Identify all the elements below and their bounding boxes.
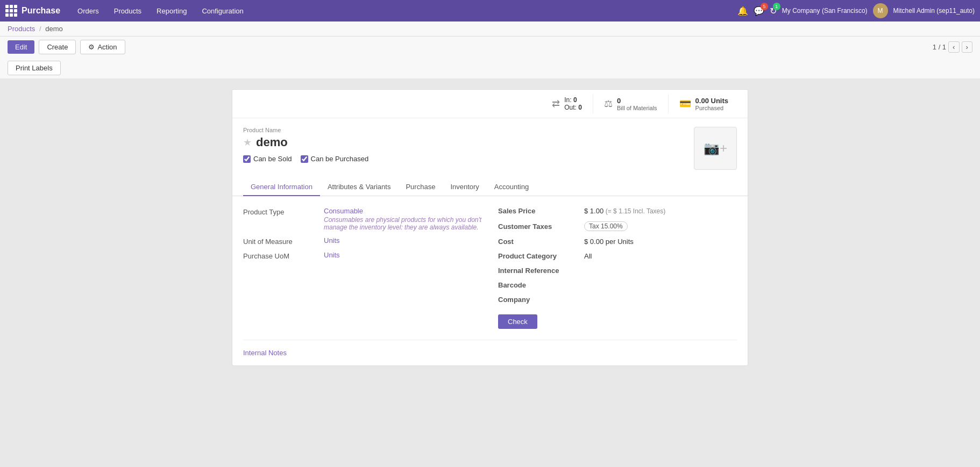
print-labels-button[interactable]: Print Labels [8, 61, 61, 75]
product-name: demo [256, 135, 288, 149]
product-name-label: Product Name [243, 127, 368, 133]
form-left: Product Type Consumable Consumables are … [243, 207, 482, 329]
can-be-sold-label: Can be Sold [253, 155, 292, 163]
tabs: General Information Attributes & Variant… [232, 178, 748, 196]
create-button[interactable]: Create [39, 40, 76, 54]
breadcrumb-current: demo [45, 25, 63, 33]
barcode-row: Barcode [498, 281, 737, 289]
product-title-section: Product Name ★ demo Can be Sold Can be P… [243, 127, 368, 163]
grid-icon [5, 5, 17, 17]
stat-out-row: Out: 0 [564, 104, 582, 111]
stat-in-out[interactable]: ⇄ In: 0 Out: 0 [541, 94, 593, 113]
camera-icon: 📷+ [704, 141, 727, 156]
menu-orders[interactable]: Orders [71, 4, 105, 18]
navbar-menu: Orders Products Reporting Configuration [71, 4, 732, 18]
stat-out-value: 0 [578, 104, 582, 111]
company-name: My Company (San Francisco) [782, 7, 868, 15]
pagination-text: 1 / 1 [933, 43, 946, 51]
sales-price-label: Sales Price [498, 207, 584, 215]
product-type-hint: Consumables are physical products for wh… [324, 216, 482, 231]
sales-price-amount: $ 1.00 [584, 207, 603, 215]
stat-bom-value: 0 [617, 97, 621, 105]
purchase-uom-link[interactable]: Units [324, 251, 340, 259]
stat-bom[interactable]: ⚖ 0 Bill of Materials [593, 94, 668, 113]
pagination: 1 / 1 ‹ › [933, 41, 972, 53]
unit-of-measure-link[interactable]: Units [324, 236, 340, 245]
user-name: Mitchell Admin (sep11_auto) [893, 7, 975, 15]
stat-purchased-value: 0.00 Units [695, 97, 728, 105]
app-name: Purchase [22, 6, 60, 16]
product-photo[interactable]: 📷+ [694, 127, 737, 170]
internal-notes-label[interactable]: Internal Notes [243, 349, 287, 357]
action-bar: Edit Create ⚙ Action 1 / 1 ‹ › [0, 37, 980, 58]
navbar-right: 🔔 💬 5 ↻ 1 My Company (San Francisco) M M… [737, 3, 975, 18]
sales-price-row: Sales Price $ 1.00 (= $ 1.15 Incl. Taxes… [498, 207, 737, 215]
can-be-purchased-input[interactable] [301, 155, 308, 163]
customer-taxes-label: Customer Taxes [498, 222, 584, 231]
update-badge: 1 [773, 3, 780, 10]
tab-purchase[interactable]: Purchase [398, 178, 443, 196]
product-type-link[interactable]: Consumable [324, 207, 482, 215]
notification-bell[interactable]: 🔔 [737, 6, 748, 16]
favorite-star-icon[interactable]: ★ [243, 136, 252, 148]
company-label: Company [498, 296, 584, 304]
product-type-value: Consumable Consumables are physical prod… [324, 207, 482, 231]
stat-in-value: 0 [573, 96, 577, 104]
company-row: Company [498, 296, 737, 304]
edit-button[interactable]: Edit [8, 40, 34, 54]
stat-purchased[interactable]: 💳 0.00 Units Purchased [668, 94, 739, 113]
message-badge: 5 [761, 3, 768, 10]
flask-icon: ⚖ [604, 98, 613, 110]
app-brand[interactable]: Purchase [5, 5, 60, 17]
product-card: ⇄ In: 0 Out: 0 ⚖ 0 Bill of Materials [232, 89, 748, 366]
breadcrumb-parent[interactable]: Products [8, 25, 35, 33]
check-button-row: Check [498, 310, 737, 329]
checkboxes-row: Can be Sold Can be Purchased [243, 155, 368, 163]
user-avatar[interactable]: M [873, 3, 888, 18]
purchase-uom-label: Purchase UoM [243, 251, 318, 260]
menu-products[interactable]: Products [108, 4, 148, 18]
action-button[interactable]: ⚙ Action [80, 40, 125, 54]
tab-attributes-variants[interactable]: Attributes & Variants [320, 178, 399, 196]
menu-reporting[interactable]: Reporting [150, 4, 193, 18]
unit-of-measure-value: Units [324, 236, 482, 245]
can-be-sold-input[interactable] [243, 155, 251, 163]
gear-icon: ⚙ [88, 43, 95, 51]
message-icon[interactable]: 💬 5 [754, 6, 764, 16]
purchase-icon: 💳 [679, 98, 691, 110]
stat-bar: ⇄ In: 0 Out: 0 ⚖ 0 Bill of Materials [232, 90, 748, 118]
stat-in-row: In: 0 [564, 96, 582, 104]
tab-accounting[interactable]: Accounting [487, 178, 536, 196]
unit-of-measure-row: Unit of Measure Units [243, 236, 482, 246]
can-be-sold-checkbox[interactable]: Can be Sold [243, 155, 292, 163]
check-button[interactable]: Check [498, 314, 537, 329]
stat-purchased-label: Purchased [695, 105, 728, 111]
can-be-purchased-checkbox[interactable]: Can be Purchased [301, 155, 369, 163]
print-bar: Print Labels [0, 58, 980, 78]
product-category-value: All [584, 252, 737, 260]
stat-bom-details: 0 Bill of Materials [617, 97, 657, 111]
stat-in-out-details: In: 0 Out: 0 [564, 96, 582, 111]
prev-page-button[interactable]: ‹ [948, 41, 959, 53]
stat-out-label: Out: [564, 104, 577, 111]
product-type-row: Product Type Consumable Consumables are … [243, 207, 482, 231]
barcode-label: Barcode [498, 281, 584, 289]
internal-notes-section: Internal Notes [232, 340, 748, 365]
update-icon[interactable]: ↻ 1 [770, 6, 777, 16]
menu-configuration[interactable]: Configuration [195, 4, 250, 18]
tab-general-information[interactable]: General Information [243, 178, 320, 196]
product-category-label: Product Category [498, 252, 584, 260]
next-page-button[interactable]: › [962, 41, 972, 53]
transfer-icon: ⇄ [552, 98, 560, 110]
cost-value: $ 0.00 per Units [584, 238, 737, 246]
tab-inventory[interactable]: Inventory [443, 178, 486, 196]
unit-of-measure-label: Unit of Measure [243, 236, 318, 246]
purchase-uom-row: Purchase UoM Units [243, 251, 482, 260]
tax-badge[interactable]: Tax 15.00% [584, 221, 628, 231]
cost-label: Cost [498, 238, 584, 246]
breadcrumb-separator: / [39, 25, 41, 33]
form-content: Product Type Consumable Consumables are … [232, 196, 748, 340]
stat-purchased-details: 0.00 Units Purchased [695, 97, 728, 111]
product-category-link[interactable]: All [584, 252, 592, 260]
internal-reference-label: Internal Reference [498, 267, 584, 275]
